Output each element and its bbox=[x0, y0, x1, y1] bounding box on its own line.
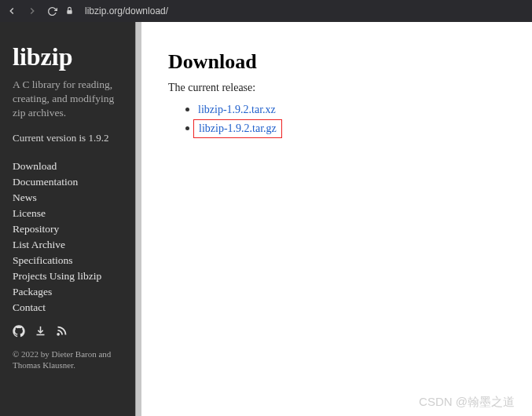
version-text: Current version is 1.9.2 bbox=[13, 132, 129, 144]
release-intro: The current release: bbox=[168, 82, 505, 94]
nav-projects[interactable]: Projects Using libzip bbox=[13, 268, 129, 284]
release-link-gz[interactable]: libzip-1.9.2.tar.gz bbox=[199, 122, 277, 134]
nav-contact[interactable]: Contact bbox=[13, 300, 129, 316]
svg-rect-0 bbox=[67, 10, 72, 14]
rss-icon[interactable] bbox=[56, 325, 68, 341]
watermark-text: CSDN @翰墨之道 bbox=[419, 395, 515, 410]
nav-packages[interactable]: Packages bbox=[13, 284, 129, 300]
github-icon[interactable] bbox=[13, 325, 25, 341]
nav-news[interactable]: News bbox=[13, 190, 129, 206]
download-icon[interactable] bbox=[35, 325, 46, 341]
copyright-text: © 2022 by Dieter Baron and Thomas Klausn… bbox=[13, 348, 129, 371]
highlight-annotation: libzip-1.9.2.tar.gz bbox=[193, 119, 282, 138]
forward-icon[interactable] bbox=[27, 5, 38, 16]
nav-list-archive[interactable]: List Archive bbox=[13, 237, 129, 253]
main-content: Download The current release: libzip-1.9… bbox=[141, 22, 532, 416]
svg-point-1 bbox=[57, 334, 59, 335]
back-icon[interactable] bbox=[6, 5, 17, 16]
nav-download[interactable]: Download bbox=[13, 159, 129, 174]
url-text[interactable]: libzip.org/download/ bbox=[85, 5, 168, 16]
release-item: libzip-1.9.2.tar.gz bbox=[198, 118, 505, 140]
nav-license[interactable]: License bbox=[13, 206, 129, 221]
page-title: Download bbox=[168, 50, 505, 74]
site-tagline: A C library for reading, creating, and m… bbox=[13, 78, 129, 121]
nav-specifications[interactable]: Specifications bbox=[13, 253, 129, 268]
release-item: libzip-1.9.2.tar.xz bbox=[198, 100, 505, 118]
lock-icon bbox=[65, 4, 74, 18]
release-list: libzip-1.9.2.tar.xz libzip-1.9.2.tar.gz bbox=[198, 100, 505, 140]
sidebar-nav: Download Documentation News License Repo… bbox=[13, 159, 129, 316]
reload-icon[interactable] bbox=[47, 6, 57, 16]
nav-documentation[interactable]: Documentation bbox=[13, 174, 129, 190]
site-title[interactable]: libzip bbox=[13, 42, 129, 71]
browser-address-bar: libzip.org/download/ bbox=[0, 0, 532, 22]
nav-repository[interactable]: Repository bbox=[13, 221, 129, 237]
sidebar-icon-row bbox=[13, 325, 129, 341]
release-link-xz[interactable]: libzip-1.9.2.tar.xz bbox=[198, 104, 276, 115]
sidebar: libzip A C library for reading, creating… bbox=[0, 22, 141, 416]
